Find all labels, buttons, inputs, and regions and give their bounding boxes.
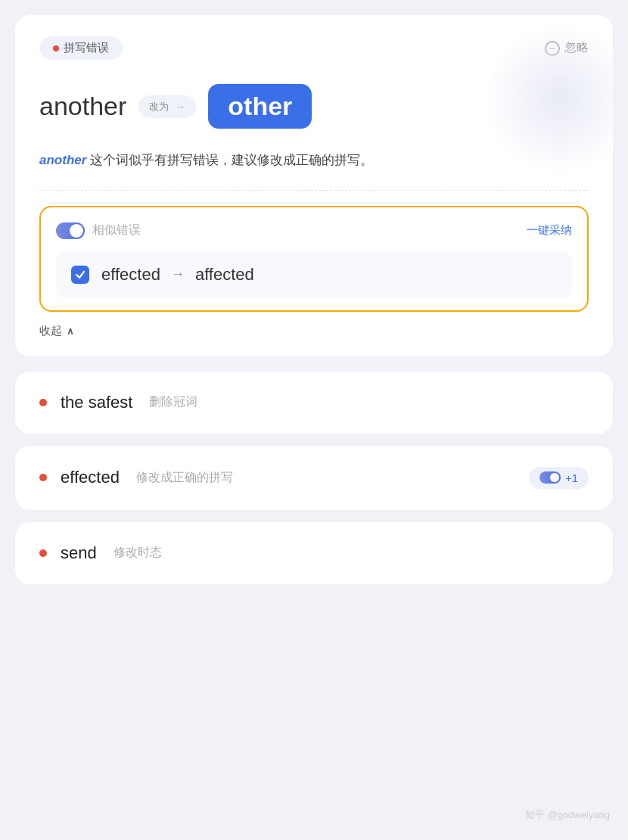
description-highlight: another — [39, 153, 86, 167]
bullet-dot — [39, 474, 47, 481]
error-dot — [53, 45, 59, 51]
mini-toggle-thumb — [550, 473, 559, 482]
list-item: the safest 删除冠词 — [15, 372, 613, 434]
list-item-left: send 修改时态 — [39, 543, 162, 563]
watermark: 知乎 @godweiyang — [525, 808, 610, 822]
change-label: 改为 — [149, 100, 169, 114]
correction-arrow: → — [171, 266, 185, 282]
card-header: 拼写错误 − 忽略 — [39, 36, 589, 60]
ignore-icon: − — [545, 41, 560, 56]
toggle-thumb — [70, 224, 83, 238]
error-from-word: effected — [101, 265, 160, 285]
spell-error-card: 拼写错误 − 忽略 another 改为 → other another 这个词… — [15, 15, 613, 356]
check-icon — [75, 269, 85, 280]
chevron-up-icon: ∧ — [67, 325, 74, 337]
list-action-label: 修改时态 — [113, 545, 162, 561]
error-item-checkbox[interactable] — [71, 266, 89, 284]
change-arrow-badge: 改为 → — [138, 95, 196, 118]
description-text: another 这个词似乎有拼写错误，建议修改成正确的拼写。 — [39, 150, 589, 172]
counter-label: +1 — [565, 471, 578, 484]
similar-errors-toggle[interactable] — [56, 222, 85, 239]
list-word: the safest — [61, 393, 132, 412]
similar-errors-box: 相似错误 一键采纳 effected → affected — [39, 206, 589, 312]
ignore-button[interactable]: − 忽略 — [545, 40, 589, 56]
similar-title-group: 相似错误 — [56, 222, 141, 239]
similar-errors-label: 相似错误 — [92, 222, 141, 238]
list-item-left: the safest 删除冠词 — [39, 393, 197, 412]
bullet-dot — [39, 549, 47, 557]
list-item: send 修改时态 — [15, 522, 613, 584]
ignore-label: 忽略 — [564, 40, 589, 56]
collapse-button[interactable]: 收起 ∧ — [39, 324, 589, 338]
list-word: effected — [61, 468, 120, 487]
similar-error-item: effected → affected — [56, 251, 572, 298]
mini-toggle — [539, 471, 561, 484]
collapse-label: 收起 — [39, 324, 62, 338]
corrected-word: other — [208, 84, 312, 129]
similar-errors-header: 相似错误 一键采纳 — [56, 222, 572, 239]
list-item: effected 修改成正确的拼写 +1 — [15, 446, 613, 510]
list-item-left: effected 修改成正确的拼写 — [39, 468, 233, 487]
error-correction-text: effected → affected — [101, 265, 254, 285]
error-type-label: 拼写错误 — [64, 41, 109, 55]
error-to-word: affected — [195, 265, 254, 285]
correction-row: another 改为 → other — [39, 84, 589, 129]
divider — [39, 190, 589, 191]
list-section: the safest 删除冠词 effected 修改成正确的拼写 +1 sen… — [15, 372, 613, 596]
list-word: send — [61, 543, 97, 563]
original-word: another — [39, 92, 126, 121]
arrow-symbol: → — [175, 101, 185, 113]
list-action-label: 修改成正确的拼写 — [136, 470, 233, 486]
bullet-dot — [39, 399, 47, 406]
similar-count-badge: +1 — [529, 467, 589, 489]
list-action-label: 删除冠词 — [149, 394, 197, 410]
accept-all-button[interactable]: 一键采纳 — [527, 223, 572, 238]
error-type-badge: 拼写错误 — [39, 36, 123, 60]
